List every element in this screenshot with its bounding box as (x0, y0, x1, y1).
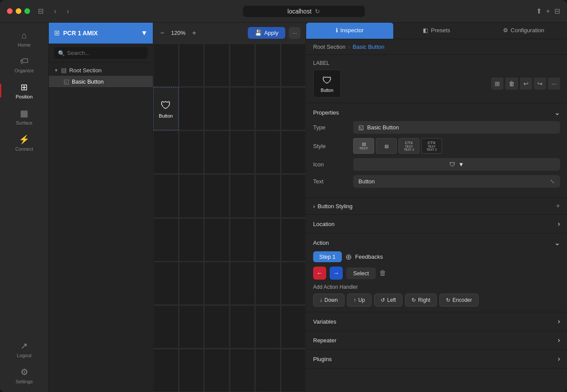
icon-selector[interactable]: 🛡 ▼ (353, 158, 560, 171)
zoom-out-button[interactable]: − (159, 27, 166, 39)
label-delete-button[interactable]: 🗑 (505, 78, 518, 90)
label-redo-button[interactable]: ↪ (534, 78, 546, 90)
style-option-3[interactable]: CTX TEXTTEXT 2 (421, 138, 442, 154)
canvas-cell[interactable] (230, 349, 255, 392)
canvas-cell[interactable] (153, 218, 179, 261)
next-action-button[interactable]: → (330, 267, 343, 280)
handler-encoder-button[interactable]: ↻ Encoder (439, 294, 479, 307)
fullscreen-button[interactable] (24, 8, 30, 14)
canvas-cell[interactable] (255, 174, 280, 217)
label-more-button[interactable]: ··· (548, 78, 560, 90)
canvas-cell[interactable] (204, 349, 230, 392)
canvas-cell[interactable] (179, 44, 204, 87)
canvas-cell[interactable] (230, 87, 255, 130)
handler-right-button[interactable]: ↻ Right (405, 294, 437, 307)
canvas-cell[interactable] (204, 305, 230, 348)
canvas-cell[interactable] (255, 131, 280, 174)
canvas-cell[interactable] (281, 174, 306, 217)
canvas-cell[interactable] (230, 44, 255, 87)
sidebar-toggle-button[interactable]: ⊟ (35, 5, 46, 17)
canvas-cell[interactable] (153, 44, 179, 87)
feedbacks-button[interactable]: Feedbacks (355, 253, 383, 260)
canvas-cell[interactable] (204, 218, 230, 261)
tab-configuration[interactable]: ⚙ Configuration (480, 23, 567, 39)
canvas-cell[interactable] (153, 349, 179, 392)
apply-button[interactable]: 💾 Apply (248, 27, 286, 39)
canvas-cell[interactable] (204, 44, 230, 87)
sidebar-item-organize[interactable]: 🏷 Organize (0, 52, 48, 78)
canvas-cell[interactable] (255, 349, 280, 392)
canvas-cell[interactable] (179, 349, 204, 392)
location-row[interactable]: Location › (306, 215, 567, 233)
style-option-0[interactable]: ▤ TEXT (353, 138, 374, 154)
label-undo-button[interactable]: ↩ (520, 78, 532, 90)
sidebar-item-connect[interactable]: ⚡ Connect (0, 130, 48, 156)
text-input[interactable]: Button ⤡ (353, 175, 560, 188)
action-header[interactable]: Action ⌄ (313, 239, 560, 247)
tree-item-basic-button[interactable]: ◱ Basic Button (49, 76, 153, 87)
canvas-cell[interactable] (255, 218, 280, 261)
canvas-cell[interactable] (153, 262, 179, 305)
canvas-cell[interactable] (281, 44, 306, 87)
sidebar-item-surface[interactable]: ▦ Surface (0, 104, 48, 130)
canvas-cell[interactable] (230, 305, 255, 348)
canvas-cell[interactable] (281, 218, 306, 261)
button-styling-add-icon[interactable]: + (556, 202, 560, 210)
step-1-tab[interactable]: Step 1 (313, 251, 342, 262)
canvas-cell[interactable] (281, 305, 306, 348)
variables-row[interactable]: Variables › (306, 312, 567, 331)
panel-selector[interactable]: ⊞ PCR 1 AMIX ▼ (49, 23, 153, 44)
canvas-cell[interactable] (230, 218, 255, 261)
style-option-1[interactable]: ▤ (376, 138, 397, 154)
sidebar-item-home[interactable]: ⌂ Home (0, 26, 48, 52)
breadcrumb-root[interactable]: Root Section (313, 44, 345, 50)
canvas-cell[interactable] (255, 44, 280, 87)
canvas-cell[interactable] (153, 305, 179, 348)
prev-action-button[interactable]: ← (313, 267, 326, 280)
repeater-row[interactable]: Repeater › (306, 331, 567, 350)
button-styling-section[interactable]: › Button Styling + (306, 198, 567, 215)
canvas-cell[interactable] (179, 218, 204, 261)
plugins-row[interactable]: Plugins › (306, 350, 567, 368)
new-tab-button[interactable]: + (546, 7, 550, 15)
canvas-cell[interactable] (179, 87, 204, 130)
canvas-cell[interactable] (179, 174, 204, 217)
canvas-cell[interactable] (230, 262, 255, 305)
canvas-cell[interactable] (255, 87, 280, 130)
tab-inspector[interactable]: ℹ Inspector (306, 23, 393, 39)
sidebar-item-settings[interactable]: ⚙ Settings (0, 362, 48, 389)
canvas-cell[interactable] (230, 131, 255, 174)
canvas-cell[interactable] (230, 174, 255, 217)
close-button[interactable] (7, 8, 13, 14)
select-action-button[interactable]: Select (346, 267, 376, 279)
sidebar-right-button[interactable]: ⊟ (554, 7, 560, 15)
canvas-cell-active[interactable]: 🛡 Button (153, 87, 179, 130)
canvas-cell[interactable] (153, 174, 179, 217)
canvas-cell[interactable] (255, 262, 280, 305)
forward-button[interactable]: › (64, 6, 71, 17)
label-image-button[interactable]: ⊞ (491, 78, 503, 90)
tab-presets[interactable]: ◧ Presets (393, 23, 480, 39)
search-input[interactable] (54, 47, 148, 59)
tree-item-root[interactable]: ▼ ▤ Root Section (49, 64, 153, 76)
canvas-cell[interactable] (204, 87, 230, 130)
more-button[interactable]: ··· (289, 27, 300, 39)
canvas-cell[interactable] (179, 305, 204, 348)
style-option-2[interactable]: CTX TEXTTEXT 2 (398, 138, 419, 154)
canvas-cell[interactable] (204, 262, 230, 305)
canvas-cell[interactable] (179, 131, 204, 174)
canvas-cell[interactable] (281, 87, 306, 130)
canvas-cell[interactable] (204, 174, 230, 217)
sidebar-item-logout[interactable]: ↗ Logout (0, 336, 48, 362)
canvas-cell[interactable] (281, 131, 306, 174)
minimize-button[interactable] (16, 8, 21, 14)
share-button[interactable]: ⬆ (536, 7, 542, 15)
reload-icon[interactable]: ↻ (315, 8, 320, 15)
handler-left-button[interactable]: ↺ Left (374, 294, 402, 307)
canvas-cell[interactable] (281, 349, 306, 392)
back-button[interactable]: ‹ (51, 6, 59, 17)
zoom-in-button[interactable]: + (190, 27, 198, 39)
canvas-cell[interactable] (153, 131, 179, 174)
canvas-cell[interactable] (179, 262, 204, 305)
properties-header[interactable]: Properties ⌄ (313, 108, 560, 117)
